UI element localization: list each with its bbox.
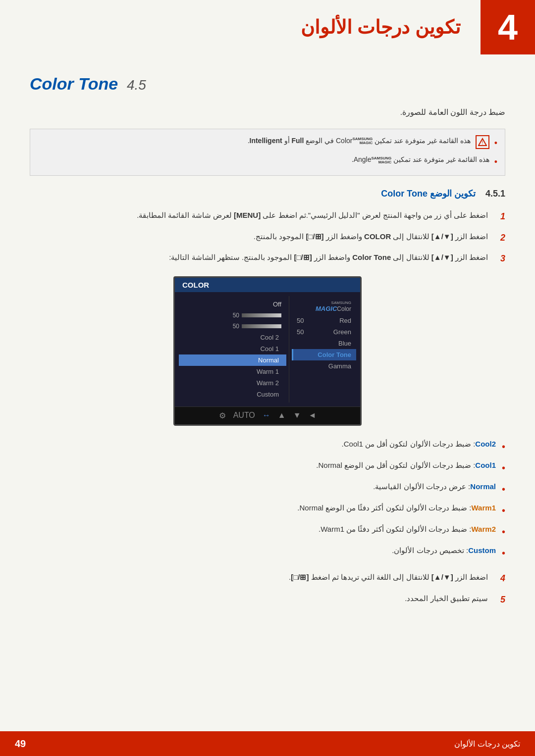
off-label: Off <box>273 301 281 308</box>
bullet-2-icon: • <box>494 155 497 169</box>
subsection-heading: 4.5.1 تكوين الوضع Color Tone <box>30 188 505 199</box>
notes-box: • ! هذه القائمة غير متوفرة عند تمكين SAM… <box>30 129 505 176</box>
ctrl-up: ▲ <box>278 411 286 420</box>
note-item-1: • ! هذه القائمة غير متوفرة عند تمكين SAM… <box>38 135 497 151</box>
green-value: 50 <box>297 328 304 336</box>
section-number: 4.5 <box>127 77 146 93</box>
right-off: Off <box>179 299 286 310</box>
option-custom-text: Custom: تخصيص درجات الألوان. <box>30 545 496 556</box>
red-value: 50 <box>297 317 304 324</box>
gamma-label: Gamma <box>328 362 351 370</box>
ctrl-down: ▼ <box>293 411 301 420</box>
tone-cool1: Cool 1 <box>179 343 286 354</box>
red-label: Red <box>339 317 351 324</box>
option-cool1-text: Cool1: ضبط درجات الألوان لتكون أقل من ال… <box>30 459 496 471</box>
ctrl-left: ◄ <box>309 411 317 420</box>
subsection-title: تكوين الوضع Color Tone <box>381 189 476 199</box>
tone-cool2: Cool 2 <box>179 332 286 343</box>
color-tone-label: Color Tone <box>318 351 351 358</box>
option-normal-text: Normal: عرض درجات الألوان القياسية. <box>30 481 496 493</box>
ctrl-enter: ↔ <box>263 411 270 420</box>
green-val: 50 <box>233 323 239 330</box>
bullet-custom-icon: • <box>502 545 505 561</box>
menu-magic-color: SAMSUNG MAGICColor <box>292 299 356 315</box>
step-5-text: سيتم تطبيق الخيار المحدد. <box>30 592 488 605</box>
step-1: 1 اضغط على أي زر من واجهة المنتج لعرض "ا… <box>30 209 505 224</box>
menu-gamma: Gamma <box>292 360 356 372</box>
step-5-number: 5 <box>495 592 505 607</box>
green-label: Green <box>333 328 351 336</box>
chapter-number: 4 <box>498 9 518 45</box>
menu-color-tone: Color Tone <box>292 349 356 360</box>
step-3-text: اضغط الزر [▼/▲] للانتقال إلى Color Tone … <box>30 251 488 264</box>
step-2-text: اضغط الزر [▼/▲] للانتقال إلى COLOR واضغط… <box>30 230 488 243</box>
magic-color-label: SAMSUNG MAGICColor <box>316 301 351 312</box>
step-4-number: 4 <box>495 571 505 586</box>
main-content: Color Tone 4.5 ضبط درجة اللون العامة للص… <box>0 74 535 647</box>
ctrl-settings: ⚙ <box>219 411 226 420</box>
option-cool2: • Cool2: ضبط درجات الألوان لتكون أقل من … <box>30 438 505 454</box>
menu-green: Green 50 <box>292 326 356 338</box>
option-warm2: • Warm2: ضبط درجات الألوان لتكون أكثر دف… <box>30 523 505 540</box>
footer-page-number: 49 <box>15 738 26 750</box>
option-normal: • Normal: عرض درجات الألوان القياسية. <box>30 481 505 497</box>
bullet-cool1-icon: • <box>502 460 505 476</box>
red-val: 50 <box>233 312 239 319</box>
tone-warm1: Warm 1 <box>179 366 286 377</box>
option-custom: • Custom: تخصيص درجات الألوان. <box>30 545 505 561</box>
monitor-screen: COLOR SAMSUNG MAGICColor Red 50 <box>173 276 362 426</box>
blue-label: Blue <box>338 340 351 347</box>
monitor-menu: SAMSUNG MAGICColor Red 50 Green 50 <box>175 292 360 406</box>
page-container: تكوين درجات الألوان 4 Color Tone 4.5 ضبط… <box>0 0 535 756</box>
page-footer: 49 تكوين درجات الألوان <box>0 731 535 756</box>
chapter-header: تكوين درجات الألوان 4 <box>0 0 535 54</box>
subsection-number: 4.5.1 <box>485 189 505 199</box>
green-bar-row: 50 <box>179 321 286 332</box>
tone-custom: Custom <box>179 389 286 400</box>
green-bar <box>242 324 281 328</box>
menu-left-panel: SAMSUNG MAGICColor Red 50 Green 50 <box>292 296 356 403</box>
option-cool2-text: Cool2: ضبط درجات الألوان لتكون أقل من Co… <box>30 438 496 450</box>
chapter-number-box: 4 <box>481 0 535 54</box>
red-bar-row: 50 <box>179 310 286 321</box>
bullet-warm2-icon: • <box>502 524 505 540</box>
tone-normal: Normal <box>179 354 286 366</box>
menu-blue: Blue <box>292 338 356 349</box>
note-item-2: • هذه القائمة غير متوفرة عند تمكين SAMSU… <box>38 154 497 169</box>
svg-text:!: ! <box>482 140 483 146</box>
step-4-text: اضغط الزر [▼/▲] للانتقال إلى اللغة التي … <box>30 571 488 584</box>
step-4: 4 اضغط الزر [▼/▲] للانتقال إلى اللغة الت… <box>30 571 505 586</box>
step-5: 5 سيتم تطبيق الخيار المحدد. <box>30 592 505 607</box>
step-2-number: 2 <box>495 230 505 246</box>
monitor-title-bar: COLOR <box>175 278 360 292</box>
steps-end-list: 4 اضغط الزر [▼/▲] للانتقال إلى اللغة الت… <box>30 571 505 607</box>
ctrl-auto: AUTO <box>233 411 255 420</box>
note-1-text: هذه القائمة غير متوفرة عند تمكين SAMSUNG… <box>38 135 471 146</box>
monitor-container: COLOR SAMSUNG MAGICColor Red 50 <box>30 276 505 426</box>
step-1-number: 1 <box>495 209 505 224</box>
section-heading: Color Tone 4.5 <box>30 74 505 94</box>
footer-chapter-label: تكوين درجات الألوان <box>454 739 520 749</box>
section-title: Color Tone <box>30 74 118 93</box>
options-list: • Cool2: ضبط درجات الألوان لتكون أقل من … <box>30 438 505 561</box>
note-2-text: هذه القائمة غير متوفرة عند تمكين SAMSUNG… <box>38 154 489 165</box>
menu-right-panel: Off 50 50 Cool 2 Cool 1 Normal <box>179 296 286 403</box>
warning-icon: ! <box>476 135 489 149</box>
tone-warm2: Warm 2 <box>179 377 286 389</box>
page-description: ضبط درجة اللون العامة للصورة. <box>30 106 505 119</box>
menu-divider <box>289 296 289 403</box>
menu-red: Red 50 <box>292 315 356 326</box>
bullet-warm1-icon: • <box>502 503 505 518</box>
bullet-cool2-icon: • <box>502 439 505 454</box>
option-cool1: • Cool1: ضبط درجات الألوان لتكون أقل من … <box>30 459 505 476</box>
step-1-text: اضغط على أي زر من واجهة المنتج لعرض "الد… <box>30 209 488 222</box>
option-warm2-text: Warm2: ضبط درجات الألوان لتكون أكثر دفئً… <box>30 523 496 535</box>
monitor-controls: ◄ ▼ ▲ ↔ AUTO ⚙ <box>175 406 360 424</box>
steps-list: 1 اضغط على أي زر من واجهة المنتج لعرض "ا… <box>30 209 505 266</box>
step-3: 3 اضغط الزر [▼/▲] للانتقال إلى Color Ton… <box>30 251 505 266</box>
step-2: 2 اضغط الزر [▼/▲] للانتقال إلى COLOR واض… <box>30 230 505 246</box>
bullet-normal-icon: • <box>502 481 505 497</box>
step-3-number: 3 <box>495 251 505 266</box>
chapter-title: تكوين درجات الألوان <box>301 16 461 38</box>
red-bar <box>242 313 281 317</box>
